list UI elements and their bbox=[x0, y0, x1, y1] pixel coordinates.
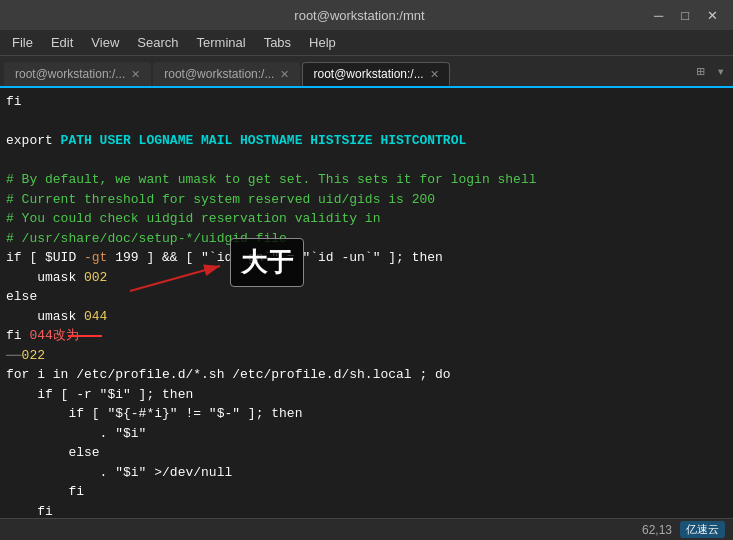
line-row: # By default, we want umask to get set. … bbox=[6, 170, 727, 190]
line-row: ──022 bbox=[6, 346, 727, 366]
minimize-button[interactable]: ─ bbox=[649, 6, 668, 25]
status-bar: 62,13 亿速云 bbox=[0, 518, 733, 540]
line-row: # You could check uidgid reservation val… bbox=[6, 209, 727, 229]
tab-actions: ⊞ ▾ bbox=[692, 61, 729, 86]
tab-2-close[interactable]: ✕ bbox=[280, 68, 289, 81]
svg-line-1 bbox=[130, 266, 220, 291]
title-bar-controls: ─ □ ✕ bbox=[649, 6, 723, 25]
tab-3-label: root@workstation:/... bbox=[313, 67, 423, 81]
tab-1-label: root@workstation:/... bbox=[15, 67, 125, 81]
menu-view[interactable]: View bbox=[83, 33, 127, 52]
menu-edit[interactable]: Edit bbox=[43, 33, 81, 52]
maximize-button[interactable]: □ bbox=[676, 6, 694, 25]
line-row: . "$i" bbox=[6, 424, 727, 444]
line-row: for i in /etc/profile.d/*.sh /etc/profil… bbox=[6, 365, 727, 385]
tab-1[interactable]: root@workstation:/... ✕ bbox=[4, 62, 151, 86]
tab-new-button[interactable]: ⊞ bbox=[692, 61, 708, 82]
line-row: # Current threshold for system reserved … bbox=[6, 190, 727, 210]
line-row: if [ -r "$i" ]; then bbox=[6, 385, 727, 405]
title-bar: root@workstation:/mnt ─ □ ✕ bbox=[0, 0, 733, 30]
title-bar-title: root@workstation:/mnt bbox=[70, 8, 649, 23]
menu-terminal[interactable]: Terminal bbox=[189, 33, 254, 52]
strikethrough-annotation bbox=[68, 335, 102, 337]
line-row: else bbox=[6, 443, 727, 463]
tab-bar: root@workstation:/... ✕ root@workstation… bbox=[0, 56, 733, 88]
menu-help[interactable]: Help bbox=[301, 33, 344, 52]
line-row: fi 044改为 bbox=[6, 326, 727, 346]
menu-search[interactable]: Search bbox=[129, 33, 186, 52]
tab-1-close[interactable]: ✕ bbox=[131, 68, 140, 81]
tab-2[interactable]: root@workstation:/... ✕ bbox=[153, 62, 300, 86]
line-row: fi bbox=[6, 502, 727, 519]
status-position: 62,13 bbox=[642, 523, 672, 537]
line-row bbox=[6, 112, 727, 132]
line-row: fi bbox=[6, 482, 727, 502]
menu-bar: File Edit View Search Terminal Tabs Help bbox=[0, 30, 733, 56]
menu-file[interactable]: File bbox=[4, 33, 41, 52]
status-right: 62,13 亿速云 bbox=[642, 521, 725, 538]
menu-tabs[interactable]: Tabs bbox=[256, 33, 299, 52]
line-row: . "$i" >/dev/null bbox=[6, 463, 727, 483]
tab-3[interactable]: root@workstation:/... ✕ bbox=[302, 62, 449, 86]
line-row: fi bbox=[6, 92, 727, 112]
tab-menu-button[interactable]: ▾ bbox=[713, 61, 729, 82]
line-row bbox=[6, 151, 727, 171]
close-button[interactable]: ✕ bbox=[702, 6, 723, 25]
watermark-badge: 亿速云 bbox=[680, 521, 725, 538]
tab-2-label: root@workstation:/... bbox=[164, 67, 274, 81]
tab-3-close[interactable]: ✕ bbox=[430, 68, 439, 81]
callout-annotation: 大于 bbox=[230, 238, 304, 287]
line-row: export PATH USER LOGNAME MAIL HOSTNAME H… bbox=[6, 131, 727, 151]
terminal-content[interactable]: fi export PATH USER LOGNAME MAIL HOSTNAM… bbox=[0, 88, 733, 518]
line-row: if [ "${-#*i}" != "$-" ]; then bbox=[6, 404, 727, 424]
